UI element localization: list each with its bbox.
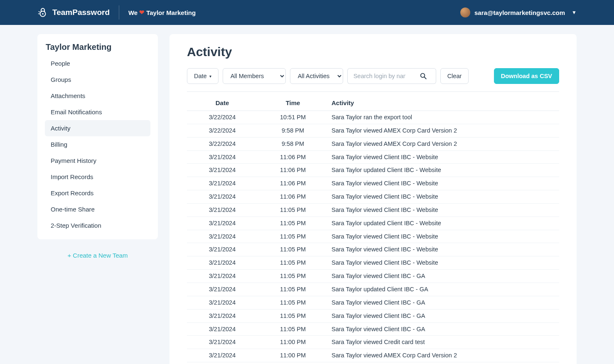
row-time: 11:00 PM (258, 362, 328, 364)
row-time: 11:06 PM (258, 150, 328, 164)
row-date: 3/22/2024 (187, 124, 258, 137)
sidebar-item-activity[interactable]: Activity (45, 120, 150, 136)
sidebar-item-payment-history[interactable]: Payment History (45, 152, 150, 169)
row-activity: Sara Taylor viewed Client IBC - GA (328, 296, 559, 309)
row-activity: Sara Taylor viewed Client IBC - Website (328, 256, 559, 270)
table-row: 3/21/202411:00 PMSara Taylor viewed Cred… (187, 336, 559, 349)
tagline: We ❤ Taylor Marketing (128, 9, 196, 16)
toolbar: Date ▾ All Members All Activities Clear (187, 68, 559, 84)
main-panel: Activity Date ▾ All Members All Activiti… (169, 34, 577, 364)
row-date: 3/22/2024 (187, 111, 258, 124)
row-activity: Sara Taylor viewed Client IBC - Website (328, 203, 559, 216)
row-activity: Sara Taylor viewed Credit card test (328, 336, 559, 349)
table-row: 3/21/202411:06 PMSara Taylor viewed Clie… (187, 177, 559, 190)
row-time: 11:05 PM (258, 243, 328, 256)
user-menu[interactable]: sara@taylormarketingsvc.com ▼ (460, 7, 577, 17)
row-date: 3/22/2024 (187, 137, 258, 150)
row-date: 3/21/2024 (187, 270, 258, 283)
row-time: 11:00 PM (258, 336, 328, 349)
table-row: 3/21/202411:05 PMSara Taylor viewed Clie… (187, 309, 559, 322)
sidebar-item-2-step-verification[interactable]: 2-Step Verification (45, 217, 150, 234)
table-row: 3/22/20249:58 PMSara Taylor viewed AMEX … (187, 137, 559, 150)
download-csv-button[interactable]: Download as CSV (494, 68, 559, 84)
row-time: 11:05 PM (258, 270, 328, 283)
row-activity: Sara Taylor viewed Client IBC - Website (328, 243, 559, 256)
sidebar-item-people[interactable]: People (45, 55, 150, 71)
col-activity: Activity (328, 94, 559, 111)
table-row: 3/21/202411:06 PMSara Taylor viewed Clie… (187, 190, 559, 204)
caret-down-icon: ▾ (209, 74, 211, 79)
table-row: 3/21/202411:05 PMSara Taylor viewed Clie… (187, 322, 559, 336)
row-date: 3/21/2024 (187, 256, 258, 270)
row-time: 11:06 PM (258, 164, 328, 177)
row-activity: Sara Taylor viewed Client IBC - Website (328, 150, 559, 164)
row-activity: Sara Taylor updated Client IBC - Website (328, 216, 559, 230)
row-date: 3/21/2024 (187, 150, 258, 164)
row-time: 11:05 PM (258, 256, 328, 270)
row-activity: Sara Taylor viewed Client IBC - GA (328, 309, 559, 322)
row-date: 3/21/2024 (187, 190, 258, 204)
row-date: 3/21/2024 (187, 309, 258, 322)
create-new-team-link[interactable]: + Create a New Team (37, 252, 158, 259)
tagline-prefix: We (128, 9, 138, 16)
row-date: 3/21/2024 (187, 230, 258, 243)
col-time: Time (258, 94, 328, 111)
app-header: TeamPassword We ❤ Taylor Marketing sara@… (0, 0, 614, 25)
row-time: 11:05 PM (258, 322, 328, 336)
date-filter-label: Date (194, 73, 207, 79)
row-time: 11:05 PM (258, 309, 328, 322)
activities-select[interactable]: All Activities (290, 68, 343, 84)
row-time: 10:51 PM (258, 111, 328, 124)
avatar (460, 7, 470, 17)
clear-button[interactable]: Clear (440, 68, 469, 84)
lock-icon (37, 7, 48, 18)
activity-table: Date Time Activity 3/22/202410:51 PMSara… (187, 94, 559, 364)
table-row: 3/21/202411:05 PMSara Taylor updated Cli… (187, 283, 559, 296)
sidebar-column: Taylor Marketing PeopleGroupsAttachments… (37, 34, 158, 259)
sidebar-item-export-records[interactable]: Export Records (45, 185, 150, 201)
row-time: 11:05 PM (258, 283, 328, 296)
row-activity: Sara Taylor updated Client IBC - GA (328, 283, 559, 296)
row-activity: Sara Taylor viewed Client IBC - Website (328, 230, 559, 243)
sidebar-item-email-notifications[interactable]: Email Notifications (45, 104, 150, 120)
header-left: TeamPassword We ❤ Taylor Marketing (37, 5, 196, 20)
row-time: 11:06 PM (258, 190, 328, 204)
sidebar-item-attachments[interactable]: Attachments (45, 88, 150, 104)
table-row: 3/21/202411:05 PMSara Taylor viewed Clie… (187, 256, 559, 270)
row-time: 11:05 PM (258, 216, 328, 230)
heart-icon: ❤ (139, 9, 145, 16)
sidebar-item-groups[interactable]: Groups (45, 71, 150, 88)
row-activity: Sara Taylor ran the export tool (328, 111, 559, 124)
date-filter-button[interactable]: Date ▾ (187, 68, 219, 84)
table-row: 3/21/202411:00 PMSara Taylor viewed AMEX… (187, 349, 559, 362)
table-row: 3/22/20249:58 PMSara Taylor viewed AMEX … (187, 124, 559, 137)
sidebar-item-import-records[interactable]: Import Records (45, 169, 150, 185)
sidebar: Taylor Marketing PeopleGroupsAttachments… (37, 34, 158, 239)
chevron-down-icon: ▼ (572, 10, 577, 15)
row-date: 3/21/2024 (187, 283, 258, 296)
row-date: 3/21/2024 (187, 349, 258, 362)
svg-line-5 (424, 77, 426, 79)
sidebar-item-billing[interactable]: Billing (45, 136, 150, 152)
table-row: 3/21/202411:05 PMSara Taylor viewed Clie… (187, 270, 559, 283)
row-time: 11:00 PM (258, 349, 328, 362)
sidebar-item-one-time-share[interactable]: One-time Share (45, 201, 150, 217)
members-select[interactable]: All Members (223, 68, 286, 84)
search-icon (420, 72, 427, 80)
search-input[interactable] (347, 68, 411, 84)
divider (119, 5, 119, 20)
separator (187, 91, 559, 92)
row-date: 3/21/2024 (187, 177, 258, 190)
search-button[interactable] (411, 68, 436, 84)
row-activity: Sara Taylor viewed AMEX Corp Card Versio… (328, 349, 559, 362)
table-row: 3/21/202411:05 PMSara Taylor updated Cli… (187, 216, 559, 230)
page-title: Activity (187, 45, 559, 59)
row-activity: Sara Taylor viewed AMEX Corp Card Versio… (328, 137, 559, 150)
row-time: 11:05 PM (258, 203, 328, 216)
table-row: 3/21/202411:05 PMSara Taylor viewed Clie… (187, 230, 559, 243)
row-activity: Sara Taylor viewed Client IBC - Website (328, 190, 559, 204)
table-row: 3/21/202411:00 PMSara Taylor viewed AMEX… (187, 362, 559, 364)
brand-logo[interactable]: TeamPassword (37, 7, 110, 18)
row-activity: Sara Taylor viewed AMEX Corp Card Versio… (328, 362, 559, 364)
row-date: 3/21/2024 (187, 203, 258, 216)
